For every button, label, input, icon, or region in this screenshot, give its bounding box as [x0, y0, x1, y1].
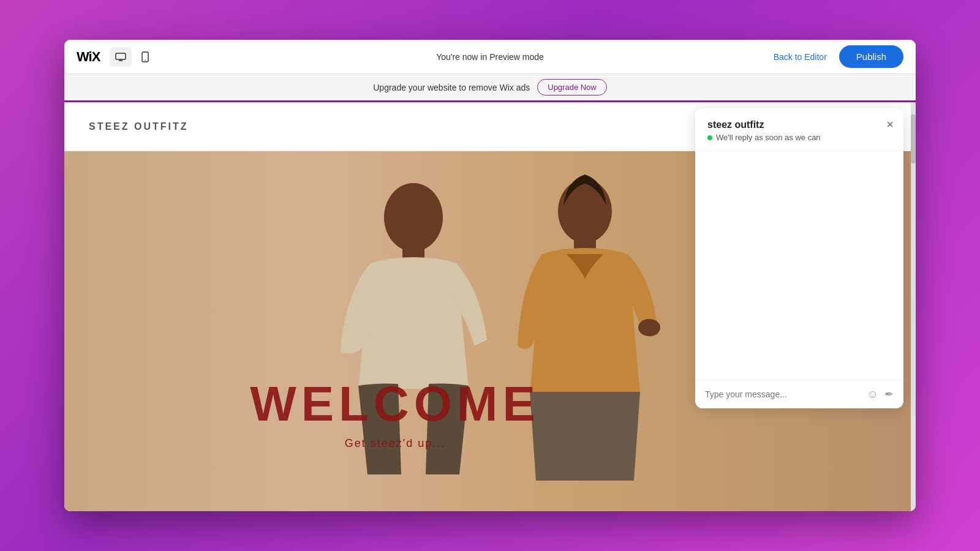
svg-rect-0: [116, 53, 126, 59]
chat-title: steez outfitz: [707, 119, 891, 130]
chat-input-area: ☺ ✒: [695, 380, 903, 408]
hero-welcome-container: WELCOME Get steez'd up...: [95, 376, 695, 450]
hero-subtitle: Get steez'd up...: [95, 437, 695, 450]
top-bar-right: Back to Editor Publish: [774, 45, 903, 68]
attach-icon: ✒: [884, 388, 894, 400]
preview-mode-text: You're now in Preview mode: [436, 52, 544, 62]
site-brand: STEEZ OUTFITZ: [89, 121, 189, 132]
mobile-view-button[interactable]: [134, 47, 156, 67]
chat-messages-area: [695, 151, 903, 380]
chat-status-text: We'll reply as soon as we can: [716, 133, 821, 142]
upgrade-banner: Upgrade your website to remove Wix ads U…: [64, 74, 916, 102]
upgrade-banner-text: Upgrade your website to remove Wix ads: [373, 83, 530, 92]
svg-point-9: [638, 319, 660, 336]
desktop-view-button[interactable]: [110, 47, 132, 67]
svg-point-7: [558, 179, 612, 243]
wix-logo: WiX: [77, 49, 100, 65]
status-online-dot: [707, 135, 712, 140]
emoji-icon: ☺: [867, 388, 878, 400]
top-bar: WiX You're now in Preview mode Back to E…: [64, 40, 916, 74]
chat-close-button[interactable]: ×: [886, 118, 894, 130]
device-icons: [110, 47, 156, 67]
chat-header: × steez outfitz We'll reply as soon as w…: [695, 108, 903, 151]
scrollbar[interactable]: [911, 102, 916, 511]
upgrade-now-button[interactable]: Upgrade Now: [537, 79, 607, 96]
chat-emoji-button[interactable]: ☺: [867, 388, 878, 401]
browser-window: WiX You're now in Preview mode Back to E…: [64, 40, 916, 511]
site-content: STEEZ OUTFITZ: [64, 102, 916, 511]
welcome-text: WELCOME: [95, 376, 695, 432]
chat-widget: × steez outfitz We'll reply as soon as w…: [695, 108, 903, 408]
chat-attach-button[interactable]: ✒: [884, 388, 894, 401]
svg-point-4: [145, 59, 146, 61]
back-to-editor-link[interactable]: Back to Editor: [774, 52, 827, 62]
hero-illustration: [187, 151, 738, 511]
chat-status: We'll reply as soon as we can: [707, 133, 891, 142]
publish-button[interactable]: Publish: [839, 45, 903, 68]
scroll-thumb[interactable]: [911, 114, 916, 163]
svg-point-5: [384, 183, 443, 252]
chat-message-input[interactable]: [705, 389, 861, 399]
